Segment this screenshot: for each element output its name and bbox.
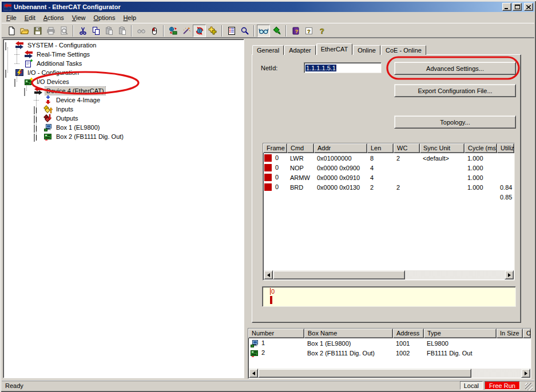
column-header-in-size[interactable]: In Size (497, 329, 523, 338)
scan-devices-button[interactable] (166, 25, 180, 37)
frame-row[interactable]: 0 NOP 0x0000 0x0900 4 1.000 (263, 163, 514, 173)
resize-grip[interactable] (525, 383, 533, 390)
box-row[interactable]: 2 Box 2 (FB1111 Dig. Out) 1002 FB1111 Di… (248, 348, 531, 358)
collapse-toggle[interactable] (34, 107, 39, 112)
tree-item-system-configuration[interactable]: SYSTEM - Configuration (3, 41, 244, 50)
save-button[interactable] (31, 25, 44, 37)
variable-diamond-icon (272, 26, 281, 35)
close-button[interactable] (524, 3, 533, 11)
mouse-button[interactable] (148, 25, 161, 37)
zoom-button[interactable] (238, 25, 251, 37)
column-header-len[interactable]: Len (367, 143, 394, 153)
magic-wand-button[interactable] (180, 25, 193, 37)
scrollbar-track[interactable] (258, 369, 521, 378)
menu-help[interactable]: Help (119, 13, 140, 22)
variable-button[interactable] (270, 25, 283, 37)
collapse-toggle[interactable] (34, 125, 39, 130)
utilization-panel: 0 (262, 286, 516, 307)
column-header-cmd[interactable]: Cmd (287, 143, 314, 153)
app-icon (3, 3, 12, 11)
column-header-utilization[interactable]: Utilization (497, 143, 514, 153)
column-header-wc[interactable]: WC (394, 143, 420, 153)
column-header-sync-unit[interactable]: Sync Unit (420, 143, 464, 153)
paste-special-button[interactable] (116, 25, 129, 37)
column-header-out-size[interactable]: Out Size (523, 329, 531, 338)
frame-row[interactable]: 0 ARMW 0x0000 0x0910 4 1.000 (263, 173, 514, 182)
column-header-address[interactable]: Address (393, 329, 424, 338)
collapse-toggle[interactable] (34, 134, 39, 139)
context-help-button[interactable]: ? (302, 25, 315, 37)
collapse-toggle[interactable] (5, 43, 10, 48)
print-preview-button[interactable] (57, 25, 70, 37)
column-header-frame[interactable]: Frame (263, 143, 287, 153)
tab-ethercat[interactable]: EtherCAT (316, 43, 352, 55)
column-header-number[interactable]: Number (248, 329, 304, 338)
print-button[interactable] (44, 25, 57, 37)
tree-item-inputs[interactable]: Inputs (3, 105, 244, 114)
export-configuration-button[interactable]: Export Configuration File... (394, 84, 516, 97)
netid-input[interactable]: 1.1.1.1.5.1 (304, 62, 382, 73)
collapse-toggle[interactable] (24, 89, 29, 94)
scrollbar-thumb[interactable] (273, 270, 405, 279)
scrollbar-thumb[interactable] (258, 369, 471, 378)
save-icon (33, 26, 42, 35)
tree-item-box-1[interactable]: Box 1 (EL9800) (3, 123, 244, 132)
menu-file[interactable]: File (2, 13, 21, 22)
paste-button[interactable] (102, 25, 116, 37)
toolbar-separator (253, 25, 255, 37)
column-header-type[interactable]: Type (424, 329, 497, 338)
tree-item-device-4-ethercat[interactable]: Device 4 (EtherCAT) (3, 86, 244, 95)
tree-item-io-devices[interactable]: I/O Devices (3, 77, 244, 86)
find-button[interactable] (134, 25, 148, 37)
zoom-icon (240, 26, 249, 35)
frame-row[interactable]: 0 BRD 0x0000 0x0130 2 2 1.000 0.84 (263, 182, 514, 192)
column-header-box-name[interactable]: Box Name (304, 329, 393, 338)
scroll-left-button[interactable] (264, 270, 273, 279)
menu-edit[interactable]: Edit (21, 13, 39, 22)
tree-item-real-time-settings[interactable]: Real-Time Settings (3, 50, 244, 59)
new-document-button[interactable] (5, 25, 18, 37)
scroll-right-button[interactable] (505, 270, 514, 279)
tree-item-additional-tasks[interactable]: Additional Tasks (3, 59, 244, 68)
help-book-button[interactable]: ? (289, 25, 302, 37)
menu-options[interactable]: Options (89, 13, 119, 22)
scroll-right-button[interactable] (521, 369, 530, 378)
topology-button[interactable]: Topology... (394, 115, 516, 129)
frame-table-hscrollbar[interactable] (264, 270, 514, 279)
collapse-toggle[interactable] (14, 79, 19, 85)
menu-view[interactable]: View (68, 13, 90, 22)
copy-button[interactable] (89, 25, 102, 37)
open-button[interactable] (18, 25, 31, 37)
tree-item-io-configuration[interactable]: I/O - Configuration (3, 68, 244, 77)
collapse-toggle[interactable] (5, 70, 10, 75)
tree-item-device-4-image[interactable]: Device 4-Image (3, 95, 244, 105)
frame-row[interactable]: 0 LWR 0x01000000 8 2 <default> 1.000 (263, 153, 514, 163)
maximize-button[interactable] (513, 3, 522, 11)
watch-button[interactable] (257, 25, 270, 37)
column-header-addr[interactable]: Addr (314, 143, 367, 153)
cut-button[interactable] (76, 25, 89, 37)
help-button[interactable]: ? (315, 25, 328, 37)
reload-devices-button[interactable] (193, 25, 206, 37)
tree-item-box-2[interactable]: Box 2 (FB1111 Dig. Out) (3, 132, 244, 141)
column-header-cycle[interactable]: Cycle (ms) (464, 143, 497, 153)
tree-item-outputs[interactable]: Outputs (3, 114, 244, 123)
collapse-toggle[interactable] (34, 116, 39, 121)
tab-online[interactable]: Online (353, 45, 380, 55)
add-items-button[interactable] (206, 25, 219, 37)
status-message: Ready (2, 382, 460, 389)
properties-button[interactable] (225, 25, 238, 37)
tab-general[interactable]: General (252, 45, 284, 55)
box-row[interactable]: 1 Box 1 (EL9800) 1001 EL9800 (248, 338, 531, 348)
scrollbar-track[interactable] (273, 270, 505, 279)
tab-coe-online[interactable]: CoE - Online (381, 45, 426, 55)
menu-actions[interactable]: Actions (39, 13, 68, 22)
advanced-settings-button[interactable]: Advanced Settings... (394, 62, 516, 75)
scroll-left-button[interactable] (249, 369, 258, 378)
box-board-icon (43, 132, 53, 141)
minimize-button[interactable] (502, 3, 511, 11)
box-table-hscrollbar[interactable] (249, 369, 530, 378)
tab-adapter[interactable]: Adapter (284, 45, 316, 55)
title-bar[interactable]: Unbenannt - EtherCAT Configurator (2, 2, 534, 12)
toolbar: ? ? ? (2, 23, 534, 38)
